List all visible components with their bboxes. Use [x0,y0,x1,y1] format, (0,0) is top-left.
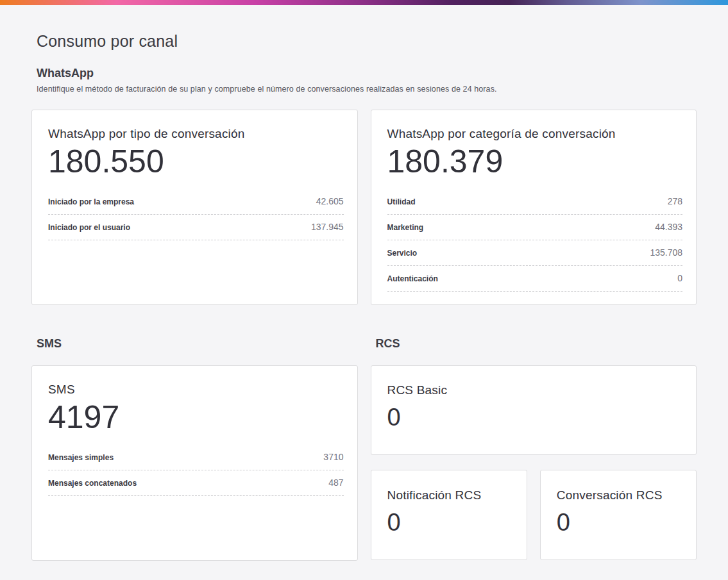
rcs-basic-total: 0 [387,405,683,431]
rcs-notification-total: 0 [387,510,513,536]
stat-value: 278 [668,196,682,206]
stat-row-service: Servicio 135.708 [387,240,683,266]
card-title: Notificación RCS [387,488,513,502]
stat-row-simple-messages: Mensajes simples 3710 [48,445,344,470]
stat-value: 3710 [323,452,343,462]
stat-label: Servicio [387,249,418,258]
sms-section: SMS SMS 4197 Mensajes simples 3710 Mensa… [31,337,358,561]
stat-label: Autenticación [387,274,438,283]
rcs-section-heading: RCS [376,337,697,351]
stat-value: 0 [677,273,682,283]
stat-value: 42.605 [316,196,344,206]
rcs-mini-cards-row: Notificación RCS 0 Conversación RCS 0 [371,470,697,560]
whatsapp-section: WhatsApp Identifique el método de factur… [31,67,697,305]
stat-row-authentication: Autenticación 0 [387,266,683,292]
sms-rcs-sections: SMS SMS 4197 Mensajes simples 3710 Mensa… [31,337,697,561]
stat-value: 135.708 [650,247,682,258]
stat-row-user-initiated: Iniciado por el usuario 137.945 [48,215,344,240]
stat-row-marketing: Marketing 44.393 [387,215,683,240]
stat-row-business-initiated: Iniciado por la empresa 42.605 [48,189,344,215]
whatsapp-category-card: WhatsApp por categoría de conversación 1… [371,110,697,305]
rcs-conversation-total: 0 [557,510,682,536]
whatsapp-section-description: Identifique el método de facturación de … [37,85,697,94]
sms-total: 4197 [48,401,344,435]
consumption-page: Consumo por canal WhatsApp Identifique e… [0,32,728,561]
sms-section-heading: SMS [37,337,358,351]
stat-label: Iniciado por la empresa [48,197,134,206]
card-title: SMS [48,383,344,397]
stat-value: 137.945 [311,222,344,232]
whatsapp-type-total: 180.550 [48,145,344,179]
whatsapp-category-total: 180.379 [387,145,683,179]
rcs-basic-card: RCS Basic 0 [371,365,697,455]
sms-card: SMS 4197 Mensajes simples 3710 Mensajes … [31,365,358,561]
card-title: WhatsApp por categoría de conversación [387,127,683,141]
stat-label: Utilidad [387,197,416,206]
rcs-notification-card: Notificación RCS 0 [371,470,527,560]
brand-gradient-bar [0,0,728,5]
stat-label: Mensajes concatenados [48,479,137,488]
stat-rows: Mensajes simples 3710 Mensajes concatena… [48,445,344,496]
whatsapp-type-card: WhatsApp por tipo de conversación 180.55… [31,110,358,305]
stat-rows: Utilidad 278 Marketing 44.393 Servicio 1… [387,189,683,292]
card-title: WhatsApp por tipo de conversación [48,127,344,141]
whatsapp-cards-row: WhatsApp por tipo de conversación 180.55… [31,110,697,305]
stat-row-utility: Utilidad 278 [387,189,683,215]
stat-value: 487 [328,477,343,488]
stat-row-concatenated-messages: Mensajes concatenados 487 [48,470,344,496]
stat-label: Marketing [387,223,424,232]
card-title: RCS Basic [387,383,683,397]
stat-value: 44.393 [655,222,682,232]
stat-label: Mensajes simples [48,453,114,462]
stat-label: Iniciado por el usuario [48,223,130,232]
stat-rows: Iniciado por la empresa 42.605 Iniciado … [48,189,344,240]
rcs-conversation-card: Conversación RCS 0 [540,470,697,560]
card-title: Conversación RCS [557,488,682,502]
whatsapp-section-heading: WhatsApp [37,67,697,80]
page-title: Consumo por canal [37,32,697,51]
rcs-section: RCS RCS Basic 0 Notificación RCS 0 Conve… [371,337,697,561]
